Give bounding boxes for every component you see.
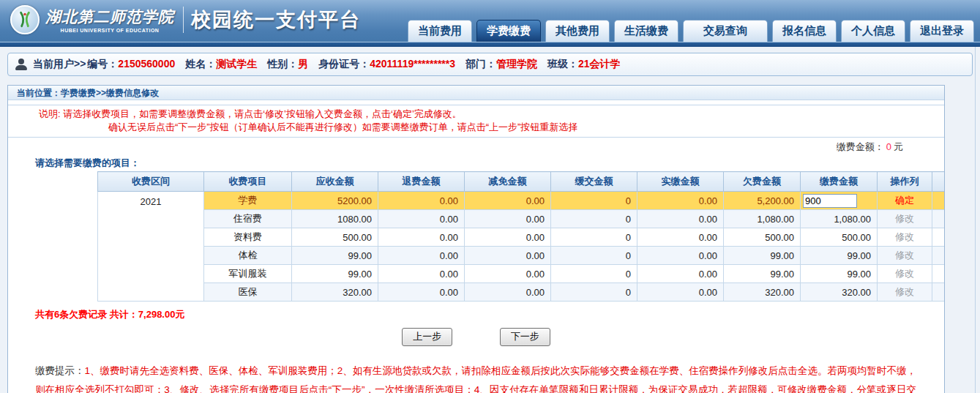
nav-tabs: 当前费用 学费缴费 其他费用 生活缴费 交易查询 报名信息 个人信息 退出登录 — [403, 20, 974, 42]
fee-item-cell: 医保 — [204, 283, 292, 302]
modify-link[interactable]: 修改 — [895, 268, 914, 279]
receivable-cell: 99.00 — [292, 247, 378, 265]
col-fee-period: 收费区间 — [98, 172, 204, 192]
deferred-cell: 0 — [551, 283, 637, 302]
prev-step-button[interactable]: 上一步 — [402, 328, 452, 346]
deferred-cell: 0 — [551, 192, 637, 210]
user-id-number: 身份证号：42011119*********3 — [318, 58, 455, 71]
reduction-cell: 0.00 — [465, 228, 551, 247]
owed-cell: 500.00 — [724, 228, 801, 247]
payment-tips: 缴费提示：1、缴费时请先全选资料费、医保、体检、军训服装费用；2、如有生源地贷款… — [35, 362, 916, 393]
user-gender-value: 男 — [298, 58, 308, 70]
user-id: 编号：2150560000 — [87, 58, 175, 71]
fee-item-cell: 学费 — [204, 192, 292, 210]
user-id-value: 2150560000 — [118, 58, 175, 70]
amount-due-line: 缴费金额：0元 — [8, 141, 944, 154]
tab-registration-info[interactable]: 报名信息 — [772, 20, 837, 42]
action-cell: 修改 — [878, 228, 932, 247]
reduction-cell: 0.00 — [465, 247, 551, 265]
action-cell: 确定 — [878, 192, 932, 210]
user-prefix: 当前用户>> — [33, 58, 86, 71]
right-edge-divider — [975, 47, 976, 393]
select-cell — [932, 228, 946, 247]
modify-link[interactable]: 修改 — [895, 250, 914, 261]
table-row: 医保320.000.000.0000.00320.00320.00修改 — [98, 283, 946, 302]
user-class-value: 21会计学 — [578, 58, 621, 70]
arrears-summary: 共有6条欠费记录 共计：7,298.00元 — [35, 308, 944, 321]
top-banner: 湖北第二师范学院 HUBEI UNIVERSITY OF EDUCATION 校… — [0, 0, 980, 42]
modify-link[interactable]: 修改 — [895, 231, 914, 242]
fee-table-header-row: 收费区间 收费项目 应收金额 退费金额 减免金额 缓交金额 实缴金额 欠费金额 … — [98, 172, 946, 192]
col-pay-amount: 缴费金额 — [801, 172, 878, 192]
fee-item-cell: 住宿费 — [204, 210, 292, 228]
user-id-label: 编号： — [87, 58, 118, 70]
user-name-value: 测试学生 — [216, 58, 257, 70]
fee-item-cell: 资料费 — [204, 228, 292, 247]
user-department: 部门：管理学院 — [465, 58, 537, 71]
user-icon — [15, 59, 27, 70]
pay-amount-cell: 99.00 — [801, 247, 878, 265]
action-cell: 修改 — [878, 283, 932, 302]
receivable-cell: 500.00 — [292, 228, 378, 247]
paid-cell: 0.00 — [637, 265, 724, 283]
notice-panel: 说明: 请选择收费项目，如需要调整缴费金额，请点击‘修改’按钮输入交费金额，点击… — [8, 105, 944, 138]
owed-cell: 99.00 — [724, 247, 801, 265]
action-cell: 修改 — [878, 265, 932, 283]
fee-table-caption: 请选择需要缴费的项目： — [35, 157, 944, 170]
table-row: 2021学费5200.000.000.0000.005,200.00确定 — [98, 192, 946, 210]
university-name-cn: 湖北第二师范学院 — [45, 7, 174, 27]
modify-link[interactable]: 修改 — [895, 286, 914, 297]
breadcrumb: 当前位置：学费缴费>>缴费信息修改 — [8, 86, 944, 100]
col-reduction: 减免金额 — [465, 172, 551, 192]
payment-tips-text: 1、缴费时请先全选资料费、医保、体检、军训服装费用；2、如有生源地贷款或欠款，请… — [35, 365, 916, 393]
tab-transaction-query[interactable]: 交易查询 — [683, 20, 768, 42]
university-name-block: 湖北第二师范学院 HUBEI UNIVERSITY OF EDUCATION — [45, 7, 174, 33]
refund-cell: 0.00 — [378, 265, 465, 283]
pay-amount-cell: 99.00 — [801, 265, 878, 283]
user-id-number-value: 42011119*********3 — [370, 58, 455, 70]
select-cell — [932, 283, 946, 302]
pay-amount-input[interactable] — [803, 194, 857, 208]
step-buttons: 上一步 下一步 — [8, 328, 944, 346]
col-refund: 退费金额 — [378, 172, 465, 192]
deferred-cell: 0 — [551, 247, 637, 265]
select-cell — [932, 247, 946, 265]
action-cell: 修改 — [878, 247, 932, 265]
user-department-label: 部门： — [465, 58, 496, 70]
amount-due-label: 缴费金额： — [837, 141, 884, 152]
confirm-link[interactable]: 确定 — [895, 195, 914, 206]
tab-tuition-payment[interactable]: 学费缴费 — [476, 20, 541, 42]
university-name-en: HUBEI UNIVERSITY OF EDUCATION — [45, 28, 174, 33]
notice-line-1: 说明: 请选择收费项目，如需要调整缴费金额，请点击‘修改’按钮输入交费金额，点击… — [8, 108, 944, 121]
next-step-button[interactable]: 下一步 — [500, 328, 550, 346]
receivable-cell: 99.00 — [292, 265, 378, 283]
amount-due-value: 0 — [884, 141, 894, 152]
user-class-label: 班级： — [547, 58, 578, 70]
owed-cell: 5,200.00 — [724, 192, 801, 210]
tab-other-fees[interactable]: 其他费用 — [545, 20, 610, 42]
receivable-cell: 320.00 — [292, 283, 378, 302]
select-cell — [932, 210, 946, 228]
refund-cell: 0.00 — [378, 228, 465, 247]
tab-logout[interactable]: 退出登录 — [910, 20, 974, 42]
tab-current-fees[interactable]: 当前费用 — [408, 20, 472, 42]
col-fee-item: 收费项目 — [204, 172, 292, 192]
amount-due-unit: 元 — [894, 141, 903, 152]
pay-amount-cell: 1,080.00 — [801, 210, 878, 228]
refund-cell: 0.00 — [378, 247, 465, 265]
reduction-cell: 0.00 — [465, 210, 551, 228]
reduction-cell: 0.00 — [465, 283, 551, 302]
receivable-cell: 1080.00 — [292, 210, 378, 228]
university-logo-icon — [10, 5, 40, 34]
owed-cell: 99.00 — [724, 265, 801, 283]
user-name: 姓名：测试学生 — [185, 58, 257, 71]
modify-link[interactable]: 修改 — [895, 213, 914, 224]
payment-tips-label: 缴费提示： — [35, 365, 85, 376]
fee-table-body: 2021学费5200.000.000.0000.005,200.00确定住宿费1… — [98, 192, 946, 302]
tab-personal-info[interactable]: 个人信息 — [841, 20, 905, 42]
col-deferred: 缓交金额 — [551, 172, 637, 192]
user-department-value: 管理学院 — [496, 58, 537, 70]
tab-living-payment[interactable]: 生活缴费 — [614, 20, 678, 42]
brand-divider — [183, 7, 184, 33]
pay-amount-cell — [801, 192, 878, 210]
